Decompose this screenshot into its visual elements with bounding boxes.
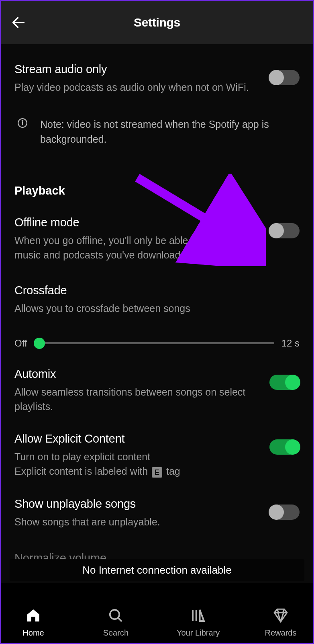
- setting-desc-line1: Turn on to play explicit content: [14, 449, 260, 464]
- setting-desc: Allows you to crossfade between songs: [14, 301, 300, 316]
- page-title: Settings: [1, 16, 313, 29]
- automix-toggle[interactable]: [269, 375, 300, 390]
- back-button[interactable]: [9, 13, 28, 32]
- unplayable-toggle[interactable]: [269, 505, 300, 520]
- library-icon: [190, 607, 207, 624]
- setting-offline-mode[interactable]: Offline mode When you go offline, you'll…: [14, 197, 300, 263]
- header: Settings: [1, 1, 313, 44]
- settings-content: Stream audio only Play video podcasts as…: [1, 44, 313, 583]
- setting-crossfade: Crossfade Allows you to crossfade betwee…: [14, 262, 300, 316]
- playback-section-header: Playback: [14, 150, 300, 197]
- crossfade-min-label: Off: [14, 338, 27, 349]
- offline-toast: No Internet connection available: [10, 559, 304, 581]
- setting-desc: Allow seamless transitions between songs…: [14, 385, 260, 414]
- setting-stream-audio-only[interactable]: Stream audio only Play video podcasts as…: [14, 44, 300, 94]
- explicit-tag-icon: E: [152, 467, 162, 478]
- offline-mode-toggle[interactable]: [269, 223, 300, 238]
- explicit-toggle[interactable]: [269, 439, 300, 455]
- setting-desc: Play video podcasts as audio only when n…: [14, 80, 260, 94]
- setting-title: Allow Explicit Content: [14, 432, 260, 445]
- stream-audio-toggle[interactable]: [269, 70, 300, 85]
- nav-your-library[interactable]: Your Library: [176, 607, 220, 638]
- bottom-nav: Home Search Your Library Rewards: [1, 590, 313, 643]
- note-text: Note: video is not streamed when the Spo…: [40, 117, 300, 146]
- crossfade-slider-row: Off 12 s: [14, 316, 300, 349]
- svg-point-3: [22, 121, 23, 122]
- search-icon: [107, 607, 124, 624]
- setting-title: Crossfade: [14, 284, 300, 297]
- nav-home[interactable]: Home: [11, 607, 55, 638]
- diamond-icon: [272, 607, 290, 624]
- crossfade-slider-thumb[interactable]: [34, 338, 45, 349]
- svg-line-7: [118, 618, 122, 621]
- setting-title: Offline mode: [14, 216, 260, 229]
- video-note: Note: video is not streamed when the Spo…: [14, 94, 300, 150]
- explicit-desc-suffix: tag: [163, 466, 180, 477]
- setting-title: Stream audio only: [14, 63, 260, 76]
- setting-automix[interactable]: Automix Allow seamless transitions betwe…: [14, 349, 300, 414]
- nav-label: Search: [103, 628, 128, 638]
- nav-search[interactable]: Search: [94, 607, 138, 638]
- info-icon: [17, 118, 28, 128]
- setting-title: Automix: [14, 367, 260, 381]
- setting-unplayable-songs[interactable]: Show unplayable songs Show songs that ar…: [14, 479, 300, 529]
- toast-text: No Internet connection available: [82, 564, 231, 576]
- setting-title: Show unplayable songs: [14, 497, 260, 511]
- crossfade-slider[interactable]: [35, 342, 274, 344]
- setting-desc: Show songs that are unplayable.: [14, 515, 260, 529]
- svg-point-6: [110, 610, 119, 619]
- setting-explicit-content[interactable]: Allow Explicit Content Turn on to play e…: [14, 414, 300, 479]
- arrow-left-icon: [10, 14, 27, 31]
- nav-rewards[interactable]: Rewards: [259, 607, 303, 638]
- setting-desc: When you go offline, you'll only be able…: [14, 233, 260, 263]
- explicit-desc-prefix: Explicit content is labeled with: [14, 466, 151, 477]
- home-icon: [24, 607, 42, 624]
- nav-label: Your Library: [177, 628, 220, 638]
- setting-desc-line2: Explicit content is labeled with E tag: [14, 464, 260, 478]
- crossfade-max-label: 12 s: [281, 338, 300, 349]
- nav-label: Rewards: [265, 628, 297, 638]
- nav-label: Home: [22, 628, 44, 638]
